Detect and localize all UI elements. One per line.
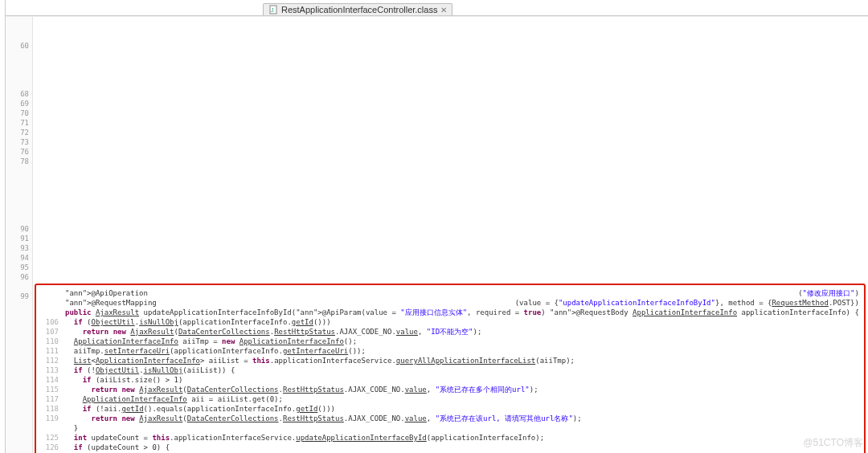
- tab-title: RestApplicationInterfaceController.class: [281, 5, 437, 14]
- editor-tab[interactable]: J RestApplicationInterfaceController.cla…: [263, 3, 452, 15]
- class-file-icon: J: [268, 5, 278, 14]
- close-icon[interactable]: ✕: [440, 6, 447, 14]
- svg-text:J: J: [271, 7, 274, 13]
- project-tree[interactable]: ▾BOOT-INF ▾classes ▾ ▸analysis ▾app ▸dao…: [0, 0, 6, 453]
- watermark: @51CTO博客: [803, 436, 863, 450]
- line-gutter: 60686970717273767890919394959699: [6, 17, 33, 453]
- editor-tab-bar: J RestApplicationInterfaceController.cla…: [6, 0, 868, 16]
- code-editor[interactable]: "ann">@ApiOperation("修改应用接口")"ann">@Requ…: [33, 17, 868, 453]
- highlighted-code-block: "ann">@ApiOperation("修改应用接口")"ann">@Requ…: [35, 284, 866, 453]
